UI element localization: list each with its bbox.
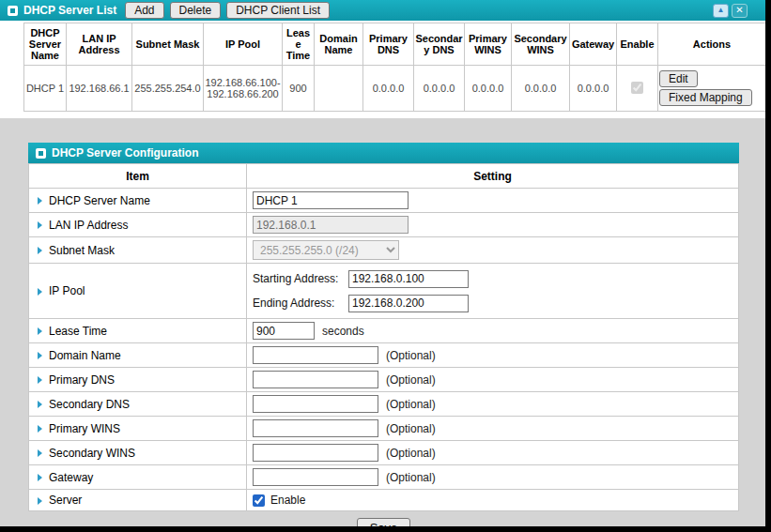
config-titlebar: DHCP Server Configuration (28, 143, 739, 163)
dhcp-server-list-table: DHCP Server Name LAN IP Address Subnet M… (23, 23, 765, 112)
optional-hint: (Optional) (386, 471, 436, 484)
config-row-primary-dns: Primary DNS (Optional) (29, 368, 739, 392)
ending-address-input[interactable] (348, 295, 469, 312)
field-label-domain-name: Domain Name (49, 349, 121, 362)
ip-pool-end-row: Ending Address: (253, 291, 732, 315)
optional-hint: (Optional) (386, 398, 436, 411)
field-label-primary-dns: Primary DNS (49, 373, 115, 387)
config-row-lan-ip-address: LAN IP Address (29, 213, 739, 237)
cell-enable (617, 66, 658, 112)
cell-domain-name (315, 66, 363, 112)
config-row-dhcp-server-name: DHCP Server Name (29, 189, 739, 213)
subnet-mask-select: 255.255.255.0 (/24) (253, 240, 399, 260)
field-label-lease-time: Lease Time (49, 325, 107, 338)
column-header-subnet-mask: Subnet Mask (132, 23, 204, 66)
close-icon[interactable]: ✕ (732, 4, 748, 18)
column-header-lan-ip-address: LAN IP Address (67, 23, 132, 66)
config-row-gateway: Gateway (Optional) (29, 465, 739, 490)
optional-hint: (Optional) (386, 373, 436, 387)
cell-secondary-wins: 0.0.0.0 (512, 66, 570, 112)
edit-button[interactable]: Edit (659, 70, 698, 87)
primary-wins-input[interactable] (253, 419, 378, 437)
fixed-mapping-button[interactable]: Fixed Mapping (659, 89, 752, 106)
item-arrow-icon (38, 474, 42, 481)
item-arrow-icon (38, 197, 42, 205)
field-label-dhcp-server-name: DHCP Server Name (49, 194, 150, 207)
config-row-secondary-wins: Secondary WINS (Optional) (29, 441, 739, 465)
secondary-wins-input[interactable] (253, 444, 378, 462)
item-arrow-icon (38, 376, 42, 384)
config-section-background: DHCP Server Configuration Item Setting D… (0, 118, 765, 526)
starting-address-label: Starting Address: (253, 272, 348, 285)
screen: DHCP Server List Add Delete DHCP Client … (0, 0, 771, 532)
config-row-domain-name: Domain Name (Optional) (29, 343, 739, 368)
field-label-server: Server (49, 494, 82, 507)
column-header-secondary-wins: Secondary WINS (512, 23, 570, 66)
add-button[interactable]: Add (125, 2, 163, 19)
row-enable-checkbox (631, 82, 643, 94)
cell-ip-pool: 192.168.66.100-192.168.66.200 (204, 66, 283, 112)
save-bar: Save (28, 511, 739, 526)
item-arrow-icon (38, 425, 42, 433)
window-controls: ▲ ✕ (713, 4, 748, 18)
collapse-icon[interactable]: ▲ (713, 4, 729, 18)
field-label-subnet-mask: Subnet Mask (49, 244, 115, 257)
config-row-ip-pool: IP Pool Starting Address: Ending Address… (29, 264, 739, 319)
dhcp-client-list-button[interactable]: DHCP Client List (226, 2, 330, 19)
cell-dhcp-server-name: DHCP 1 (24, 66, 67, 112)
column-header-actions: Actions (658, 23, 766, 66)
column-header-lease-time: Lease Time (283, 23, 315, 66)
ip-pool-start-row: Starting Address: (253, 266, 732, 291)
column-header-dhcp-server-name: DHCP Server Name (24, 23, 67, 66)
gateway-input[interactable] (253, 468, 378, 486)
item-arrow-icon (38, 288, 42, 296)
server-enable-checkbox[interactable] (253, 494, 265, 507)
lease-time-input[interactable] (253, 322, 315, 340)
item-arrow-icon (38, 401, 42, 408)
config-panel-title: DHCP Server Configuration (52, 146, 198, 160)
field-label-lan-ip-address: LAN IP Address (49, 219, 129, 232)
column-header-ip-pool: IP Pool (204, 23, 283, 66)
config-row-secondary-dns: Secondary DNS (Optional) (29, 392, 739, 417)
cell-secondary-dns: 0.0.0.0 (414, 66, 465, 112)
config-row-server: Server Enable (29, 490, 739, 511)
column-header-secondary-dns: Secondary DNS (414, 23, 465, 66)
field-label-ip-pool: IP Pool (49, 284, 85, 297)
panel-icon (8, 6, 18, 16)
delete-button[interactable]: Delete (170, 2, 222, 19)
item-arrow-icon (38, 497, 42, 505)
config-row-lease-time: Lease Time seconds (29, 319, 739, 343)
item-column-header: Item (29, 164, 247, 189)
domain-name-input[interactable] (253, 346, 378, 364)
ending-address-label: Ending Address: (253, 296, 348, 310)
field-label-primary-wins: Primary WINS (49, 422, 120, 435)
optional-hint: (Optional) (386, 422, 436, 435)
setting-column-header: Setting (247, 164, 739, 189)
cell-lan-ip-address: 192.168.66.1 (67, 66, 132, 112)
dhcp-server-name-input[interactable] (253, 191, 409, 209)
cell-primary-wins: 0.0.0.0 (465, 66, 512, 112)
starting-address-input[interactable] (348, 270, 469, 288)
field-label-gateway: Gateway (49, 471, 93, 484)
config-row-subnet-mask: Subnet Mask 255.255.255.0 (/24) (29, 237, 739, 264)
field-label-secondary-dns: Secondary DNS (49, 398, 130, 411)
cell-gateway: 0.0.0.0 (570, 66, 617, 112)
dhcp-server-list-titlebar: DHCP Server List Add Delete DHCP Client … (0, 0, 765, 21)
config-table: Item Setting DHCP Server Name LAN IP (28, 163, 739, 511)
item-arrow-icon (38, 352, 42, 359)
primary-dns-input[interactable] (253, 371, 378, 388)
optional-hint: (Optional) (386, 349, 436, 362)
dhcp-server-configuration-panel: DHCP Server Configuration Item Setting D… (28, 143, 739, 526)
server-enable-label: Enable (270, 494, 305, 507)
cell-primary-dns: 0.0.0.0 (363, 66, 414, 112)
item-arrow-icon (38, 449, 42, 457)
save-button[interactable]: Save (357, 518, 411, 526)
column-header-gateway: Gateway (570, 23, 617, 66)
column-header-enable: Enable (617, 23, 658, 66)
cell-actions: Edit Fixed Mapping (658, 66, 766, 112)
item-arrow-icon (38, 247, 42, 254)
secondary-dns-input[interactable] (253, 395, 378, 413)
list-header-row: DHCP Server Name LAN IP Address Subnet M… (24, 23, 766, 66)
item-arrow-icon (38, 327, 42, 335)
list-panel-title: DHCP Server List (23, 4, 116, 17)
